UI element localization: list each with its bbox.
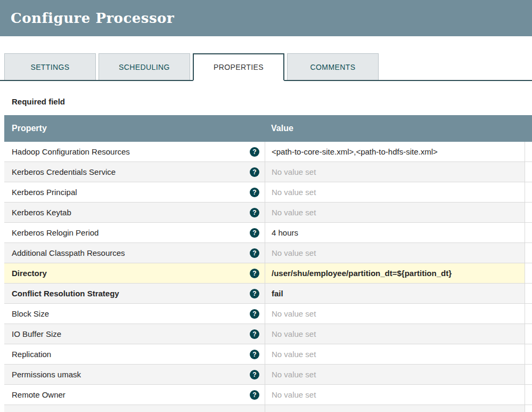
dialog-header: Configure Processor: [0, 0, 532, 36]
tab-comments[interactable]: COMMENTS: [287, 53, 379, 80]
property-cell: Kerberos Keytab?: [4, 203, 265, 222]
property-name: Permissions umask: [12, 370, 81, 379]
property-name: Replication: [12, 350, 51, 359]
property-cell: Replication?: [4, 344, 265, 364]
property-name: Kerberos Credentials Service: [12, 167, 116, 176]
property-name: Remote Owner: [12, 390, 66, 399]
scrollbar-gutter: [525, 203, 532, 222]
scrollbar-gutter: [525, 365, 532, 384]
property-cell: Remote Owner?: [4, 385, 265, 405]
column-header-property: Property: [4, 124, 265, 133]
scrollbar-gutter: [525, 344, 532, 364]
table-row[interactable]: Kerberos Credentials Service?No value se…: [4, 162, 532, 182]
help-icon[interactable]: ?: [250, 269, 259, 278]
help-icon[interactable]: ?: [250, 350, 259, 359]
property-name: Directory: [12, 269, 47, 278]
property-value[interactable]: No value set: [265, 365, 525, 384]
required-field-label: Required field: [12, 97, 532, 107]
table-header: Property Value: [4, 115, 532, 142]
property-cell: Kerberos Relogin Period?: [4, 223, 265, 243]
property-cell: IO Buffer Size?: [4, 324, 265, 344]
property-value[interactable]: No value set: [265, 304, 525, 324]
property-cell: Additional Classpath Resources?: [4, 243, 265, 263]
scrollbar-gutter: [525, 405, 532, 412]
scrollbar-gutter: [525, 243, 532, 263]
property-value[interactable]: /user/shu/employee/partition_dt=${partit…: [265, 263, 525, 283]
table-row[interactable]: Conflict Resolution Strategy?fail: [4, 284, 532, 304]
property-cell: Directory?: [4, 263, 265, 283]
property-value[interactable]: No value set: [265, 243, 525, 263]
help-icon[interactable]: ?: [250, 188, 259, 197]
property-cell: Hadoop Configuration Resources?: [4, 142, 265, 161]
property-cell: Block Size?: [4, 304, 265, 324]
table-row[interactable]: Replication?No value set: [4, 344, 532, 365]
scrollbar-gutter: [525, 223, 532, 243]
help-icon[interactable]: ?: [250, 370, 259, 379]
scrollbar-gutter: [525, 182, 532, 202]
table-row[interactable]: Block Size?No value set: [4, 304, 532, 324]
help-icon[interactable]: ?: [250, 147, 259, 157]
table-row[interactable]: Directory?/user/shu/employee/partition_d…: [4, 263, 532, 284]
dialog-title: Configure Processor: [11, 10, 174, 26]
property-value[interactable]: No value set: [265, 385, 525, 405]
table-row[interactable]: IO Buffer Size?No value set: [4, 324, 532, 344]
scrollbar-gutter: [525, 385, 532, 405]
table-row-partial: [4, 405, 532, 412]
table-row[interactable]: Remote Owner?No value set: [4, 385, 532, 405]
table-row[interactable]: Kerberos Relogin Period?4 hours: [4, 223, 532, 243]
help-icon[interactable]: ?: [250, 309, 259, 319]
property-value[interactable]: No value set: [265, 162, 525, 182]
tab-settings[interactable]: SETTINGS: [4, 53, 96, 80]
property-value[interactable]: No value set: [265, 182, 525, 202]
property-value[interactable]: No value set: [265, 203, 525, 222]
property-cell: Conflict Resolution Strategy?: [4, 284, 265, 303]
column-header-value: Value: [265, 124, 525, 133]
property-value[interactable]: fail: [265, 284, 525, 303]
help-icon[interactable]: ?: [250, 289, 259, 298]
table-row[interactable]: Additional Classpath Resources?No value …: [4, 243, 532, 263]
property-cell: Permissions umask?: [4, 365, 265, 384]
help-icon[interactable]: ?: [250, 329, 259, 339]
table-body: Hadoop Configuration Resources?<path-to-…: [4, 142, 532, 405]
scrollbar-gutter: [525, 263, 532, 283]
tab-scheduling[interactable]: SCHEDULING: [99, 53, 190, 80]
property-name: Kerberos Relogin Period: [12, 228, 99, 237]
property-cell: [4, 405, 265, 412]
tab-properties[interactable]: PROPERTIES: [193, 53, 284, 81]
property-name: IO Buffer Size: [12, 329, 61, 338]
property-name: Kerberos Principal: [12, 188, 77, 197]
property-value[interactable]: No value set: [265, 324, 525, 344]
property-value[interactable]: <path-to-core-site.xml>,<path-to-hdfs-si…: [265, 142, 525, 161]
table-row[interactable]: Hadoop Configuration Resources?<path-to-…: [4, 142, 532, 162]
property-name: Block Size: [12, 309, 49, 318]
tab-bar: SETTINGSSCHEDULINGPROPERTIESCOMMENTS: [0, 53, 532, 81]
help-icon[interactable]: ?: [250, 208, 259, 217]
help-icon[interactable]: ?: [250, 248, 259, 258]
property-cell: Kerberos Principal?: [4, 182, 265, 202]
table-row[interactable]: Kerberos Keytab?No value set: [4, 203, 532, 223]
property-name: Kerberos Keytab: [12, 208, 71, 217]
scrollbar-gutter: [525, 162, 532, 182]
scrollbar-gutter: [525, 304, 532, 324]
help-icon[interactable]: ?: [250, 390, 259, 400]
scrollbar-gutter: [525, 142, 532, 161]
property-cell: Kerberos Credentials Service?: [4, 162, 265, 182]
property-value[interactable]: 4 hours: [265, 223, 525, 243]
scrollbar-gutter: [525, 324, 532, 344]
scrollbar-gutter: [525, 284, 532, 303]
table-row[interactable]: Permissions umask?No value set: [4, 365, 532, 385]
properties-table: Property Value Hadoop Configuration Reso…: [4, 115, 532, 412]
property-name: Additional Classpath Resources: [12, 248, 125, 257]
property-name: Conflict Resolution Strategy: [12, 289, 119, 298]
table-row[interactable]: Kerberos Principal?No value set: [4, 182, 532, 203]
property-name: Hadoop Configuration Resources: [12, 147, 130, 156]
value-cell: [265, 405, 525, 412]
help-icon[interactable]: ?: [250, 167, 259, 177]
property-value[interactable]: No value set: [265, 344, 525, 364]
help-icon[interactable]: ?: [250, 228, 259, 238]
